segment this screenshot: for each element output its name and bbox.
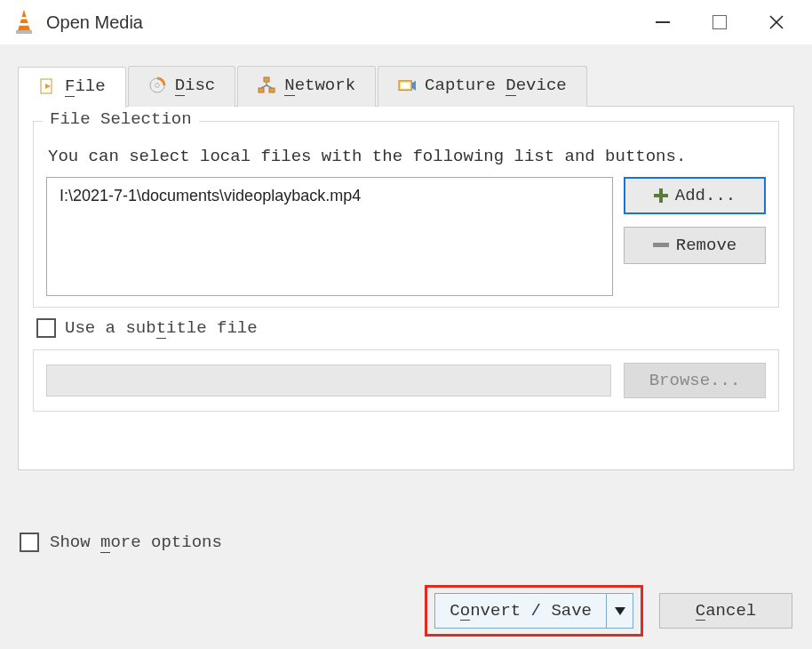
subtitle-path-input xyxy=(46,365,611,397)
use-subtitle-label: Use a subtitle file xyxy=(65,318,258,339)
svg-marker-0 xyxy=(18,11,30,32)
add-button-label: Add... xyxy=(675,186,736,205)
minimize-icon xyxy=(656,21,670,23)
subtitle-group: Browse... xyxy=(33,349,779,412)
svg-rect-3 xyxy=(16,30,32,34)
cancel-label: Cancel xyxy=(696,601,756,621)
svg-rect-12 xyxy=(269,88,275,92)
close-icon xyxy=(768,14,784,30)
svg-rect-11 xyxy=(259,88,264,92)
window-title: Open Media xyxy=(46,12,634,33)
file-list[interactable]: I:\2021-7-1\documents\videoplayback.mp4 xyxy=(46,177,613,296)
file-icon xyxy=(38,77,56,95)
dialog-footer: Convert / Save Cancel xyxy=(425,585,792,637)
show-more-options-checkbox[interactable] xyxy=(20,533,39,552)
svg-rect-2 xyxy=(20,23,29,26)
disc-icon xyxy=(148,76,166,94)
tab-capture-device[interactable]: Capture Device xyxy=(378,66,587,107)
use-subtitle-row: Use a subtitle file xyxy=(33,316,779,349)
svg-marker-18 xyxy=(412,81,417,91)
cancel-button[interactable]: Cancel xyxy=(659,593,792,629)
convert-save-callout: Convert / Save xyxy=(425,585,643,637)
file-panel: File Selection You can select local file… xyxy=(18,106,794,470)
tab-network[interactable]: Network xyxy=(237,66,376,107)
browse-button-label: Browse... xyxy=(649,371,741,390)
maximize-icon xyxy=(712,15,727,29)
convert-save-button[interactable]: Convert / Save xyxy=(434,593,607,629)
remove-button-label: Remove xyxy=(676,236,736,255)
window-controls xyxy=(634,3,805,42)
use-subtitle-checkbox[interactable] xyxy=(36,318,56,338)
show-more-options-row: Show more options xyxy=(20,533,794,553)
source-tabs: File Disc Network xyxy=(18,66,794,107)
tab-file[interactable]: File xyxy=(18,67,126,108)
file-selection-legend: File Selection xyxy=(43,109,199,129)
titlebar: Open Media xyxy=(0,0,812,44)
vlc-cone-icon xyxy=(12,9,36,36)
maximize-button[interactable] xyxy=(691,3,748,42)
browse-button: Browse... xyxy=(624,363,766,398)
tab-network-label: Network xyxy=(284,76,355,96)
tab-capture-label: Capture Device xyxy=(425,76,567,96)
plus-icon xyxy=(654,188,668,203)
svg-rect-10 xyxy=(264,77,269,82)
minimize-button[interactable] xyxy=(634,3,691,42)
convert-save-dropdown[interactable] xyxy=(607,593,633,629)
tab-file-label: File xyxy=(65,76,106,97)
minus-icon xyxy=(653,243,669,247)
svg-rect-17 xyxy=(401,83,410,89)
chevron-down-icon xyxy=(615,607,625,615)
svg-rect-1 xyxy=(20,17,28,20)
svg-point-9 xyxy=(155,84,158,87)
network-icon xyxy=(258,76,275,94)
remove-button[interactable]: Remove xyxy=(624,227,766,264)
close-button[interactable] xyxy=(748,3,805,42)
add-button[interactable]: Add... xyxy=(624,177,766,214)
file-list-item[interactable]: I:\2021-7-1\documents\videoplayback.mp4 xyxy=(60,187,600,205)
capture-icon xyxy=(398,76,416,94)
file-selection-help: You can select local files with the foll… xyxy=(46,145,766,166)
convert-save-label: Convert / Save xyxy=(450,601,592,621)
show-more-options-label: Show more options xyxy=(50,533,222,553)
tab-disc[interactable]: Disc xyxy=(128,66,236,107)
tab-disc-label: Disc xyxy=(175,76,216,96)
file-selection-group: File Selection You can select local file… xyxy=(33,121,779,308)
dialog-body: File Disc Network xyxy=(0,44,812,649)
